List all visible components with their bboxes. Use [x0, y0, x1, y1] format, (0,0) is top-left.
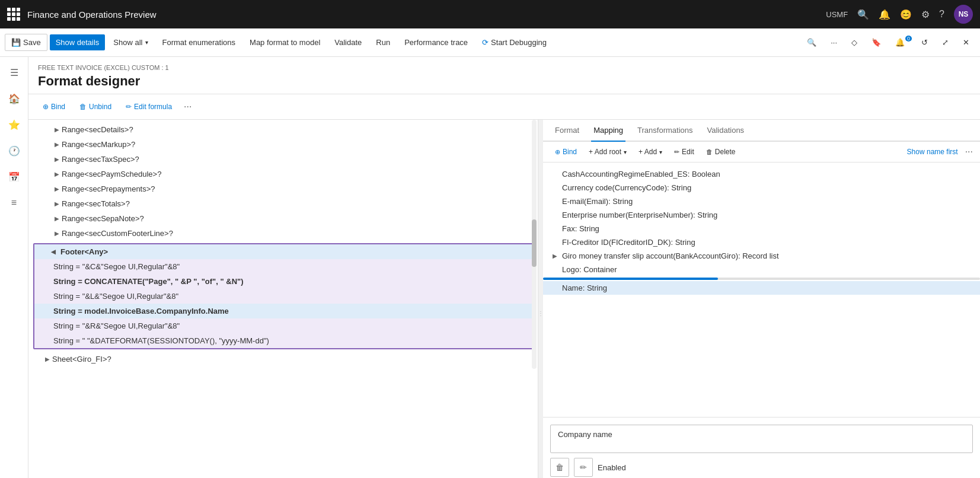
left-pane: ▶ Range<secDetails>? ▶ Range<secMarkup>?… — [28, 120, 538, 478]
expand-icon[interactable]: ▶ — [52, 156, 62, 162]
split-container: ▶ Range<secDetails>? ▶ Range<secMarkup>?… — [28, 120, 980, 478]
show-name-first-button[interactable]: Show name first — [902, 145, 963, 158]
rpt-add-root-button[interactable]: + Add root ▾ — [584, 145, 631, 158]
model-item-fax[interactable]: Fax: String — [543, 222, 980, 235]
toolbar-open-icon[interactable]: ⤢ — [936, 34, 955, 50]
footer-box: ◀ Footer<Any> String = "&C&"Segoe UI,Reg… — [33, 243, 533, 349]
show-details-button[interactable]: Show details — [50, 34, 106, 50]
validate-button[interactable]: Validate — [328, 34, 368, 50]
footer-child-2[interactable]: String = CONCATENATE("Page", " &P ", "of… — [34, 274, 532, 289]
rpt-more-button[interactable]: ··· — [965, 146, 973, 157]
format-enumerations-button[interactable]: Format enumerations — [157, 34, 242, 50]
delete-binding-button[interactable]: 🗑 — [550, 458, 569, 477]
expand-icon[interactable]: ▶ — [52, 200, 62, 207]
footer-child-model-name[interactable]: String = model.InvoiceBase.CompanyInfo.N… — [34, 304, 532, 318]
save-icon: 💾 — [11, 38, 21, 47]
expand-icon[interactable]: ▶ — [52, 215, 62, 222]
show-all-button[interactable]: Show all ▾ — [107, 34, 154, 50]
notification-icon[interactable]: 🔔 — [879, 9, 890, 20]
model-item-enterprise[interactable]: Enterprise number(EnterpriseNumber): Str… — [543, 208, 980, 222]
toolbar-search-icon[interactable]: 🔍 — [801, 34, 822, 50]
footer-expand-icon[interactable]: ◀ — [49, 248, 58, 255]
page-title: Format designer — [38, 74, 971, 89]
rpt-bind-button[interactable]: ⊕ Bind — [550, 145, 582, 158]
expand-icon[interactable]: ▶ — [52, 171, 62, 177]
toolbar-close-icon[interactable]: ✕ — [957, 34, 975, 50]
footer-child-3[interactable]: String = "&L&"Segoe UI,Regular"&8" — [34, 289, 532, 304]
tree-item-secDetails[interactable]: ▶ Range<secDetails>? — [28, 122, 538, 137]
tree-item-secCustomFooterLine[interactable]: ▶ Range<secCustomFooterLine>? — [28, 226, 538, 241]
page-header: FREE TEXT INVOICE (EXCEL) CUSTOM : 1 For… — [28, 57, 980, 94]
nav-star[interactable]: ⭐ — [4, 114, 25, 135]
right-bottom-section: Company name 🗑 ✏ Enabled — [543, 417, 980, 478]
rpt-edit-button[interactable]: ✏ Edit — [669, 145, 699, 158]
model-item-giro[interactable]: ▶ Giro money transfer slip account(BankA… — [543, 249, 980, 263]
rpt-delete-button[interactable]: 🗑 Delete — [701, 145, 740, 158]
tree-item-secMarkup[interactable]: ▶ Range<secMarkup>? — [28, 137, 538, 152]
company-name-box: Company name — [550, 425, 973, 453]
main-layout: ☰ 🏠 ⭐ 🕐 📅 ≡ FREE TEXT INVOICE (EXCEL) CU… — [0, 57, 980, 478]
rpt-delete-icon: 🗑 — [706, 148, 713, 155]
nav-recent[interactable]: 🕐 — [4, 140, 25, 161]
model-item-email[interactable]: E-mail(Email): String — [543, 195, 980, 208]
nav-list[interactable]: ≡ — [4, 192, 25, 213]
title-bar: Finance and Operations Preview USMF 🔍 🔔 … — [0, 0, 980, 28]
toolbar-diamond-icon[interactable]: ◇ — [845, 34, 863, 50]
toolbar-more-icon[interactable]: ··· — [825, 34, 843, 50]
chat-icon[interactable]: 😊 — [900, 9, 912, 20]
bind-button[interactable]: ⊕ Bind — [38, 100, 70, 113]
footer-child-6[interactable]: String = " "&DATEFORMAT(SESSIONTODAY(), … — [34, 333, 532, 348]
model-item-logo[interactable]: Logo: Container — [543, 263, 980, 276]
tree-item-secSepaNote[interactable]: ▶ Range<secSepaNote>? — [28, 211, 538, 226]
avatar[interactable]: NS — [954, 5, 973, 24]
help-icon[interactable]: ? — [939, 9, 944, 20]
app-name: Finance and Operations Preview — [27, 9, 819, 20]
tab-mapping[interactable]: Mapping — [591, 120, 625, 142]
tab-validations[interactable]: Validations — [704, 120, 746, 142]
nav-calendar[interactable]: 📅 — [4, 166, 25, 187]
tree-item-secPaymSchedule[interactable]: ▶ Range<secPaymSchedule>? — [28, 167, 538, 181]
toolbar-bookmark-icon[interactable]: 🔖 — [866, 34, 887, 50]
toolbar-badge-icon[interactable]: 🔔0 — [889, 34, 913, 50]
nav-hamburger[interactable]: ☰ — [4, 62, 25, 83]
footer-child-5[interactable]: String = "&R&"Segoe UI,Regular"&8" — [34, 318, 532, 333]
expand-icon[interactable]: ▶ — [43, 356, 52, 362]
performance-trace-button[interactable]: Performance trace — [398, 34, 474, 50]
model-item-cash[interactable]: CashAccountingRegimeEnabled_ES: Boolean — [543, 167, 980, 181]
model-item-currency[interactable]: Currency code(CurrencyCode): String — [543, 181, 980, 195]
expand-icon-giro[interactable]: ▶ — [553, 253, 562, 259]
tab-transformations[interactable]: Transformations — [635, 120, 695, 142]
nav-home[interactable]: 🏠 — [4, 88, 25, 109]
right-panel-tabs: Format Mapping Transformations Validatio… — [543, 120, 980, 142]
settings-icon[interactable]: ⚙ — [921, 9, 930, 20]
save-button[interactable]: 💾 Save — [5, 34, 47, 51]
rpt-add-button[interactable]: + Add ▾ — [634, 145, 667, 158]
unbind-button[interactable]: 🗑 Unbind — [75, 100, 116, 113]
start-debugging-button[interactable]: ⟳ Start Debugging — [476, 34, 553, 50]
model-item-name[interactable]: Name: String — [543, 281, 980, 295]
footer-header[interactable]: ◀ Footer<Any> — [34, 244, 532, 259]
tab-format[interactable]: Format — [553, 120, 582, 142]
expand-icon[interactable]: ▶ — [52, 141, 62, 148]
waffle-icon[interactable] — [7, 8, 20, 21]
edit-binding-button[interactable]: ✏ — [574, 458, 593, 477]
tree-item-secTaxSpec[interactable]: ▶ Range<secTaxSpec>? — [28, 152, 538, 167]
content-area: FREE TEXT INVOICE (EXCEL) CUSTOM : 1 For… — [28, 57, 980, 478]
bind-icon: ⊕ — [43, 103, 49, 111]
footer-child-1[interactable]: String = "&C&"Segoe UI,Regular"&8" — [34, 259, 532, 274]
model-item-ficreditor[interactable]: FI-Creditor ID(FICreditorID_DK): String — [543, 235, 980, 249]
sub-toolbar-more[interactable]: ··· — [181, 99, 194, 114]
expand-icon[interactable]: ▶ — [52, 230, 62, 237]
map-format-button[interactable]: Map format to model — [244, 34, 326, 50]
model-tree: CashAccountingRegimeEnabled_ES: Boolean … — [543, 162, 980, 417]
expand-icon[interactable]: ▶ — [52, 186, 62, 192]
toolbar-refresh-icon[interactable]: ↺ — [915, 34, 934, 50]
run-button[interactable]: Run — [370, 34, 396, 50]
edit-formula-button[interactable]: ✏ Edit formula — [121, 100, 177, 113]
pane-divider[interactable]: ⋮ — [538, 120, 543, 478]
tree-item-secTotals[interactable]: ▶ Range<secTotals>? — [28, 196, 538, 211]
tree-item-secPrepayments[interactable]: ▶ Range<secPrepayments>? — [28, 181, 538, 196]
tree-item-sheet-giro[interactable]: ▶ Sheet<Giro_FI>? — [28, 352, 538, 367]
expand-icon[interactable]: ▶ — [52, 126, 62, 133]
search-icon[interactable]: 🔍 — [857, 9, 869, 20]
